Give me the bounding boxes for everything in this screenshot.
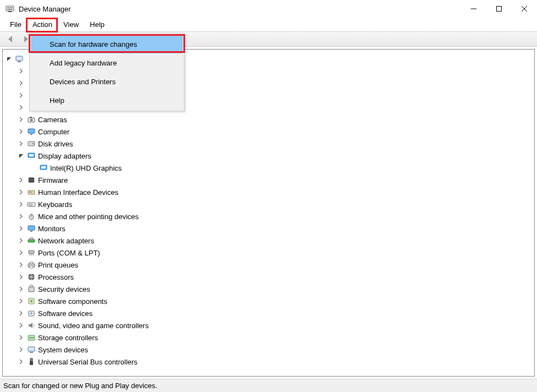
- chevron-right-icon[interactable]: [17, 273, 25, 281]
- title-bar: Device Manager: [0, 0, 537, 18]
- tree-category-sound[interactable]: Sound, video and game controllers: [3, 319, 534, 331]
- tree-category-hid[interactable]: Human Interface Devices: [3, 186, 534, 198]
- chevron-right-icon[interactable]: [17, 140, 25, 148]
- chevron-right-icon[interactable]: [17, 188, 25, 196]
- tree-category-print-queues[interactable]: Print queues: [3, 259, 534, 271]
- menu-action[interactable]: Action: [27, 18, 58, 31]
- status-bar: Scan for changed or new Plug and Play de…: [0, 379, 537, 392]
- tree-category-cameras[interactable]: Cameras: [3, 113, 534, 126]
- tree-label: Security devices: [38, 285, 90, 293]
- chevron-right-icon[interactable]: [17, 91, 25, 99]
- tree-category-software-devices[interactable]: Software devices: [3, 307, 534, 319]
- svg-rect-14: [28, 129, 35, 133]
- svg-rect-46: [30, 276, 32, 278]
- disk-icon: [27, 139, 36, 148]
- menu-bar: File Action View Help: [0, 18, 537, 31]
- menu-help[interactable]: Help: [84, 18, 110, 31]
- chevron-right-icon[interactable]: [17, 79, 25, 87]
- svg-rect-32: [30, 204, 31, 205]
- svg-rect-10: [18, 61, 21, 62]
- usb-icon: [27, 357, 36, 366]
- keyboard-icon: [27, 200, 36, 209]
- chevron-right-icon[interactable]: [17, 285, 25, 293]
- tree-label: Human Interface Devices: [38, 188, 118, 197]
- tree-category-system[interactable]: System devices: [3, 344, 534, 356]
- chevron-right-icon[interactable]: [17, 213, 25, 220]
- svg-rect-37: [28, 226, 35, 230]
- menu-scan-hardware[interactable]: Scan for hardware changes: [31, 35, 183, 53]
- menu-file[interactable]: File: [4, 18, 27, 31]
- tree-category-keyboards[interactable]: Keyboards: [3, 198, 534, 210]
- tree-category-storage[interactable]: Storage controllers: [3, 331, 534, 344]
- tree-category-mice[interactable]: Mice and other pointing devices: [3, 210, 534, 222]
- svg-rect-44: [30, 266, 33, 268]
- display-adapter-icon: [27, 151, 36, 160]
- tree-label: Disk drives: [38, 140, 73, 148]
- menu-devices-printers[interactable]: Devices and Printers: [31, 72, 183, 91]
- tree-device-intel-uhd[interactable]: Intel(R) UHD Graphics: [3, 162, 534, 174]
- tree-label: Software components: [38, 297, 107, 306]
- svg-rect-61: [28, 347, 35, 351]
- back-button[interactable]: [4, 33, 18, 45]
- svg-rect-62: [30, 352, 33, 353]
- chevron-right-icon[interactable]: [17, 297, 25, 305]
- window-controls: [461, 0, 537, 18]
- tree-category-monitors[interactable]: Monitors: [3, 222, 534, 235]
- status-text: Scan for changed or new Plug and Play de…: [3, 382, 158, 390]
- tree-label: Software devices: [38, 309, 93, 318]
- svg-rect-2: [10, 7, 13, 8]
- chevron-right-icon[interactable]: [17, 67, 25, 75]
- chevron-right-icon[interactable]: [17, 346, 25, 353]
- svg-rect-55: [29, 287, 34, 292]
- chevron-right-icon[interactable]: [17, 128, 25, 135]
- tree-category-firmware[interactable]: Firmware: [3, 174, 534, 186]
- tree-category-processors[interactable]: Processors: [3, 271, 534, 283]
- svg-rect-9: [16, 56, 23, 61]
- tree-label: Print queues: [38, 261, 78, 269]
- menu-view[interactable]: View: [58, 18, 84, 31]
- tree-label: Network adapters: [38, 237, 94, 245]
- chevron-right-icon[interactable]: [17, 334, 25, 341]
- tree-label: Monitors: [38, 225, 66, 233]
- tree-category-display-adapters[interactable]: Display adapters: [3, 150, 534, 162]
- chevron-right-icon[interactable]: [17, 225, 25, 232]
- chevron-down-icon[interactable]: [17, 152, 25, 160]
- svg-rect-21: [41, 166, 46, 168]
- tree-category-security[interactable]: Security devices: [3, 283, 534, 295]
- tree-category-ports[interactable]: Ports (COM & LPT): [3, 247, 534, 259]
- svg-rect-63: [30, 358, 32, 361]
- svg-rect-28: [29, 192, 30, 193]
- svg-rect-40: [30, 238, 33, 239]
- tree-label: Display adapters: [38, 152, 91, 160]
- window-title: Device Manager: [19, 5, 71, 13]
- tree-label: Firmware: [38, 176, 68, 184]
- tree-category-network[interactable]: Network adapters: [3, 235, 534, 247]
- chevron-right-icon[interactable]: [17, 200, 25, 208]
- chevron-right-icon[interactable]: [17, 237, 25, 244]
- menu-help-item[interactable]: Help: [31, 91, 183, 110]
- tree-label: Sound, video and game controllers: [38, 322, 149, 330]
- tree-label: Keyboards: [38, 200, 72, 209]
- tree-category-usb[interactable]: Universal Serial Bus controllers: [3, 356, 534, 368]
- chevron-right-icon[interactable]: [17, 358, 25, 366]
- system-icon: [27, 345, 36, 354]
- close-button[interactable]: [512, 0, 537, 18]
- chevron-right-icon[interactable]: [17, 104, 25, 111]
- tree-label: Computer: [38, 128, 69, 136]
- chevron-down-icon[interactable]: [5, 55, 13, 63]
- svg-point-57: [30, 300, 32, 302]
- chevron-right-icon[interactable]: [17, 261, 25, 269]
- tree-category-software-components[interactable]: Software components: [3, 295, 534, 307]
- menu-add-legacy[interactable]: Add legacy hardware: [31, 53, 183, 72]
- chevron-right-icon[interactable]: [17, 309, 25, 317]
- minimize-button[interactable]: [461, 0, 486, 18]
- chevron-right-icon[interactable]: [17, 116, 25, 123]
- tree-label: Storage controllers: [38, 334, 98, 342]
- chevron-right-icon[interactable]: [17, 322, 25, 329]
- tree-category-disk-drives[interactable]: Disk drives: [3, 138, 534, 150]
- chevron-right-icon[interactable]: [17, 176, 25, 184]
- maximize-button[interactable]: [486, 0, 512, 18]
- tree-category-computer[interactable]: Computer: [3, 126, 534, 138]
- chevron-right-icon[interactable]: [17, 249, 25, 257]
- svg-rect-3: [7, 9, 13, 10]
